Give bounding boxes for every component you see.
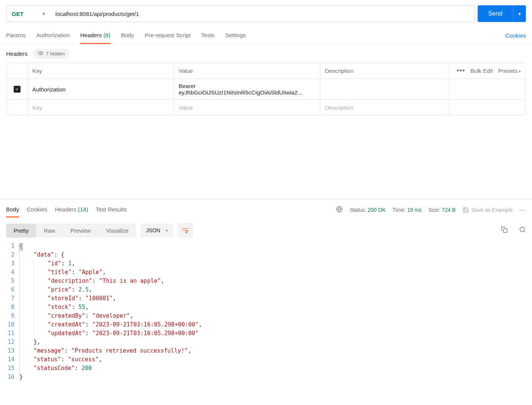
more-icon[interactable]: ● ● ●: [519, 209, 526, 211]
tab-body[interactable]: Body: [121, 27, 134, 44]
row-checkbox[interactable]: ✓: [14, 86, 21, 93]
header-desc-input[interactable]: [320, 79, 450, 99]
svg-rect-4: [504, 229, 507, 232]
header-value-input[interactable]: Value: [174, 100, 320, 115]
table-header-row: Key Value Description ••• Bulk Edit Pres…: [6, 63, 526, 79]
header-desc-input[interactable]: Description: [320, 100, 450, 115]
bulk-edit-button[interactable]: Bulk Edit: [470, 68, 493, 74]
url-input[interactable]: [50, 5, 475, 22]
eye-icon: [38, 50, 44, 57]
send-button-group: Send ▾: [478, 5, 526, 22]
more-icon[interactable]: •••: [457, 67, 465, 75]
col-actions: ••• Bulk Edit Presets▾: [450, 63, 526, 79]
save-as-example-button[interactable]: Save as Example: [462, 207, 513, 213]
table-row-empty: Key Value Description: [6, 100, 526, 115]
presets-button[interactable]: Presets▾: [498, 68, 521, 74]
resp-tab-testresults[interactable]: Test Results: [96, 202, 127, 217]
wrap-lines-button[interactable]: [178, 223, 193, 238]
code-content: { "data": { "id": 1, "title": "Apple", "…: [19, 242, 528, 381]
request-tabs: Params Authorization Headers (8) Body Pr…: [0, 27, 532, 44]
tab-tests[interactable]: Tests: [201, 27, 215, 44]
view-raw[interactable]: Raw: [36, 224, 63, 238]
tab-headers[interactable]: Headers (8): [80, 27, 110, 44]
header-value-input[interactable]: Bearer eyJhbGciOiJSUzI1NiIsInR5cCIgOiAiS…: [174, 79, 320, 99]
headers-toolbar: Headers 7 hidden: [0, 44, 532, 63]
col-description: Description: [320, 63, 450, 79]
tab-prerequest[interactable]: Pre-request Script: [145, 27, 191, 44]
svg-point-0: [40, 52, 41, 54]
resp-tab-cookies[interactable]: Cookies: [27, 202, 47, 217]
svg-line-6: [524, 231, 525, 232]
resp-tab-headers[interactable]: Headers (14): [55, 202, 88, 217]
line-gutter: 12345678910111213141516: [4, 242, 19, 381]
format-bar: Pretty Raw Preview Visualize JSON ▾: [0, 221, 532, 242]
response-body-viewer[interactable]: 12345678910111213141516 { "data": { "id"…: [0, 242, 532, 381]
http-method-label: GET: [12, 11, 24, 17]
response-tabs: Body Cookies Headers (14) Test Results S…: [0, 199, 532, 221]
chevron-down-icon: ▾: [518, 11, 521, 17]
search-icon[interactable]: [519, 226, 526, 235]
http-method-select[interactable]: GET ▾: [6, 5, 50, 22]
tab-settings[interactable]: Settings: [225, 27, 246, 44]
col-checkbox: [6, 63, 28, 79]
size-text: Size: 724 B: [429, 207, 456, 213]
tab-params[interactable]: Params: [6, 27, 26, 44]
svg-point-5: [520, 227, 524, 232]
tab-authorization[interactable]: Authorization: [36, 27, 70, 44]
send-button[interactable]: Send: [478, 5, 513, 22]
header-key-input[interactable]: Key: [28, 100, 174, 115]
view-preview[interactable]: Preview: [63, 224, 98, 238]
status-text: Status: 200 OK: [350, 207, 386, 213]
copy-icon[interactable]: [501, 226, 508, 235]
send-split-button[interactable]: ▾: [513, 5, 526, 22]
header-key-input[interactable]: Authorization: [28, 79, 174, 99]
col-value: Value: [174, 63, 320, 79]
headers-table: Key Value Description ••• Bulk Edit Pres…: [6, 63, 526, 115]
view-mode-segment: Pretty Raw Preview Visualize: [6, 224, 136, 238]
view-visualize[interactable]: Visualize: [98, 224, 136, 238]
time-text: Time: 19 ms: [393, 207, 422, 213]
chevron-down-icon: ▾: [166, 228, 168, 233]
language-select[interactable]: JSON ▾: [141, 224, 173, 237]
chevron-down-icon: ▾: [519, 69, 521, 74]
headers-title: Headers: [6, 50, 28, 57]
chevron-down-icon: ▾: [43, 11, 45, 16]
request-bar: GET ▾ Send ▾: [0, 0, 532, 27]
save-icon: [462, 207, 469, 213]
table-row: ✓ Authorization Bearer eyJhbGciOiJSUzI1N…: [6, 79, 526, 100]
resp-tab-body[interactable]: Body: [6, 202, 19, 217]
globe-icon[interactable]: [336, 206, 343, 214]
response-meta: Status: 200 OK Time: 19 ms Size: 724 B S…: [336, 206, 526, 214]
cookies-link[interactable]: Cookies: [505, 32, 526, 39]
col-key: Key: [28, 63, 174, 79]
view-pretty[interactable]: Pretty: [6, 224, 36, 238]
hidden-headers-pill[interactable]: 7 hidden: [33, 49, 70, 59]
